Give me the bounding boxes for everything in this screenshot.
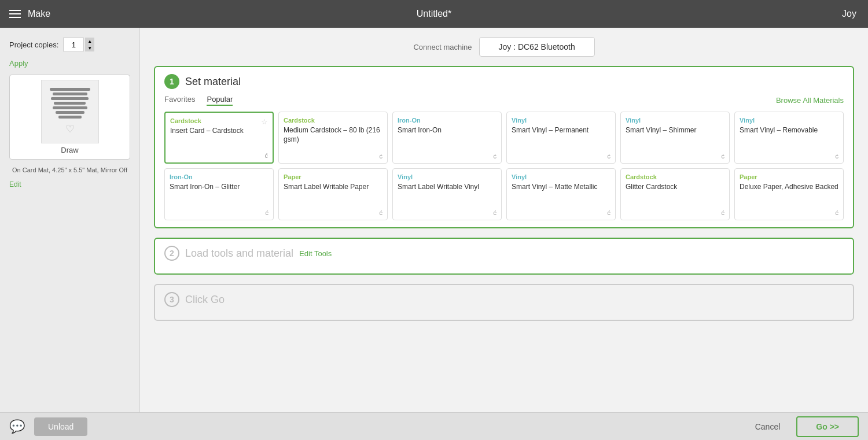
material-refresh-icon[interactable]: ć (836, 153, 839, 160)
material-type-label: Cardstock (284, 117, 382, 124)
edit-tools-link[interactable]: Edit Tools (299, 249, 332, 258)
material-name-label: Deluxe Paper, Adhesive Backed (740, 183, 838, 192)
step3-box: 3 Click Go (154, 284, 854, 321)
material-name-label: Smart Vinyl – Removable (740, 126, 838, 135)
footer-right: Cancel Go >> (746, 416, 859, 437)
main-content: Connect machine Joy : DC62 Bluetooth 1 S… (140, 28, 868, 412)
step1-number: 1 (164, 74, 179, 89)
step2-header: 2 Load tools and material Edit Tools (164, 246, 844, 261)
step1-box: 1 Set material Favorites Popular Browse … (154, 66, 854, 228)
material-type-label: Paper (284, 173, 382, 180)
copies-down-arrow[interactable]: ▼ (85, 45, 94, 51)
user-label: Joy (842, 9, 856, 19)
material-name-label: Glitter Cardstock (626, 183, 724, 192)
browse-all-link[interactable]: Browse All Materials (776, 96, 844, 105)
material-type-label: Iron-On (398, 117, 496, 124)
chat-icon[interactable]: 💬 (9, 419, 25, 434)
cancel-button[interactable]: Cancel (746, 417, 790, 436)
connect-label: Connect machine (413, 43, 472, 51)
preview-card: ♡ Draw (9, 75, 130, 160)
app-title: Untitled* (417, 9, 451, 19)
material-type-label: Iron-On (170, 173, 269, 180)
footer-left: 💬 Unload (0, 417, 87, 436)
app-header: Make Untitled* Joy (0, 0, 868, 28)
material-refresh-icon[interactable]: ć (494, 153, 497, 160)
preview-draw-label: Draw (61, 146, 78, 154)
tab-favorites[interactable]: Favorites (164, 95, 195, 106)
sidebar: Project copies: ▲ ▼ Apply (0, 28, 140, 412)
material-card[interactable]: VinylSmart Vinyl – Removableć (734, 112, 844, 164)
connect-row: Connect machine Joy : DC62 Bluetooth (140, 28, 868, 61)
tab-popular[interactable]: Popular (207, 95, 233, 106)
step2-number: 2 (164, 246, 179, 261)
material-name-label: Smart Iron-On (398, 126, 496, 135)
tab-left: Favorites Popular (164, 95, 233, 106)
material-type-label: Vinyl (512, 173, 610, 180)
material-refresh-icon[interactable]: ć (608, 153, 611, 160)
material-card[interactable]: Iron-OnSmart Iron-Onć (392, 112, 502, 164)
material-refresh-icon[interactable]: ć (722, 153, 725, 160)
material-type-label: Vinyl (512, 117, 610, 124)
material-refresh-icon[interactable]: ć (380, 153, 383, 160)
apply-button[interactable]: Apply (9, 59, 130, 68)
material-name-label: Smart Iron-On – Glitter (170, 183, 269, 192)
project-copies-row: Project copies: ▲ ▼ (9, 37, 130, 52)
step2-box: 2 Load tools and material Edit Tools (154, 238, 854, 275)
step1-title: Set material (185, 76, 241, 88)
material-type-label: Paper (740, 173, 838, 180)
step2-title: Load tools and material (185, 247, 293, 260)
edit-link[interactable]: Edit (9, 180, 130, 188)
material-card[interactable]: Iron-OnSmart Iron-On – Glitterć (164, 168, 274, 220)
connect-machine-button[interactable]: Joy : DC62 Bluetooth (479, 37, 595, 57)
footer: 💬 Unload Cancel Go >> (0, 412, 868, 440)
material-name-label: Smart Vinyl – Matte Metallic (512, 183, 610, 192)
preview-info: On Card Mat, 4.25" x 5.5" Mat, Mirror Of… (9, 167, 130, 173)
material-card[interactable]: CardstockInsert Card – Cardstockć☆ (164, 112, 274, 164)
material-card[interactable]: VinylSmart Vinyl – Matte Metallicć (506, 168, 616, 220)
project-copies-label: Project copies: (9, 40, 58, 49)
material-type-label: Cardstock (170, 117, 268, 124)
material-refresh-icon[interactable]: ć (266, 209, 269, 216)
material-refresh-icon[interactable]: ć (494, 209, 497, 216)
material-card[interactable]: PaperDeluxe Paper, Adhesive Backedć (734, 168, 844, 220)
material-card[interactable]: CardstockMedium Cardstock – 80 lb (216 g… (278, 112, 388, 164)
material-card[interactable]: VinylSmart Label Writable Vinylć (392, 168, 502, 220)
material-card[interactable]: PaperSmart Label Writable Paperć (278, 168, 388, 220)
go-button[interactable]: Go >> (796, 416, 859, 437)
material-refresh-icon[interactable]: ć (380, 209, 383, 216)
material-refresh-icon[interactable]: ć (722, 209, 725, 216)
material-type-label: Vinyl (740, 117, 838, 124)
material-name-label: Medium Cardstock – 80 lb (216 gsm) (284, 126, 382, 144)
material-refresh-icon[interactable]: ć (265, 152, 269, 159)
preview-image: ♡ (41, 80, 99, 143)
material-name-label: Insert Card – Cardstock (170, 127, 268, 136)
material-name-label: Smart Vinyl – Shimmer (626, 126, 724, 135)
favorite-star-icon[interactable]: ☆ (261, 117, 268, 126)
step1-header: 1 Set material (164, 74, 844, 89)
copies-input[interactable] (63, 37, 84, 52)
material-name-label: Smart Label Writable Paper (284, 183, 382, 192)
material-name-label: Smart Label Writable Vinyl (398, 183, 496, 192)
copies-up-arrow[interactable]: ▲ (85, 38, 94, 45)
make-label: Make (28, 9, 50, 19)
steps-container: 1 Set material Favorites Popular Browse … (140, 61, 868, 339)
material-card[interactable]: VinylSmart Vinyl – Shimmerć (620, 112, 730, 164)
material-type-label: Vinyl (398, 173, 496, 180)
menu-icon[interactable] (9, 10, 21, 18)
material-card[interactable]: VinylSmart Vinyl – Permanentć (506, 112, 616, 164)
material-type-label: Cardstock (626, 173, 724, 180)
step3-header: 3 Click Go (164, 292, 844, 307)
material-refresh-icon[interactable]: ć (608, 209, 611, 216)
material-type-label: Vinyl (626, 117, 724, 124)
step3-number: 3 (164, 292, 179, 307)
material-grid: CardstockInsert Card – Cardstockć☆Cardst… (164, 112, 844, 220)
step3-title: Click Go (185, 294, 225, 306)
material-refresh-icon[interactable]: ć (836, 209, 839, 216)
material-card[interactable]: CardstockGlitter Cardstockć (620, 168, 730, 220)
unload-button[interactable]: Unload (34, 417, 87, 436)
material-name-label: Smart Vinyl – Permanent (512, 126, 610, 135)
copies-arrows: ▲ ▼ (85, 38, 94, 51)
copies-input-wrap: ▲ ▼ (63, 37, 94, 52)
material-tabs: Favorites Popular Browse All Materials (164, 95, 844, 106)
